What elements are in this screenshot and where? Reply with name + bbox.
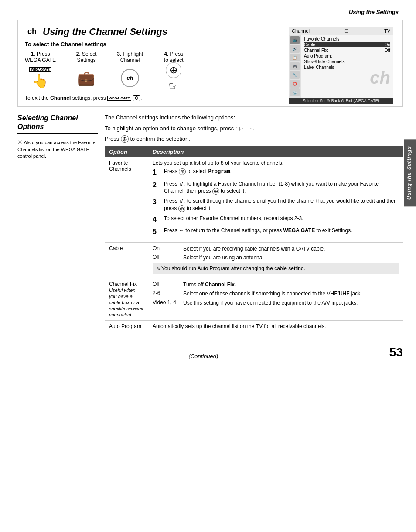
table-header: Option Description	[105, 146, 403, 157]
tv-row-showhide: Show/Hide Channels	[304, 59, 390, 64]
tv-row-cable: Cable: On	[304, 42, 390, 47]
table-row: Channel Fix Useful when you have a cable…	[105, 278, 403, 321]
list-item: 5 Press ← to return to the Channel setti…	[153, 227, 399, 237]
intro-line1: The Channel settings includes the follow…	[105, 114, 403, 122]
title-section: Channel ☐ TV 📺 🔊 📋 🎮 🔧 ⭕ 📡 Favorite Chan…	[17, 20, 403, 107]
plus-icon: ⊕	[178, 205, 185, 212]
right-content: The Channel settings includes the follow…	[105, 114, 403, 332]
list-item: 3 Press ↑/↓ to scroll through the channe…	[153, 197, 399, 212]
left-sidebar: Selecting Channel Options ☀ Also, you ca…	[17, 114, 105, 332]
col-option-header: Option	[105, 146, 148, 157]
tv-sidebar-item: 📡	[290, 88, 300, 96]
step-1-label: 1. PressWEGA GATE	[25, 51, 56, 63]
header-title: Using the Settings	[349, 9, 399, 15]
page-container: Using the Settings Using the Settings Ch…	[0, 0, 416, 532]
plus-icon: ⊕	[179, 168, 186, 175]
pencil-icon: ✎	[156, 266, 160, 271]
wega-gate-icon: WEGA GATE 👆	[29, 67, 51, 88]
section-heading: Selecting Channel Options	[17, 114, 98, 134]
confirm-button-icon: ⊕	[121, 135, 129, 143]
ch-icon: ch	[25, 26, 39, 37]
step-3-label: 3. HighlightChannel	[117, 51, 143, 63]
continued-text: (Continued)	[188, 353, 218, 359]
cable-note: ✎ You should run Auto Program after chan…	[153, 263, 399, 274]
hand-press-icon: ☞	[168, 79, 179, 93]
list-item: 4 To select other Favorite Channel numbe…	[153, 215, 399, 224]
page-bottom: (Continued) 53	[17, 341, 403, 359]
step-3: 3. HighlightChannel ch	[117, 51, 143, 90]
step-4: 4. Pressto select ⊕ ☞	[160, 51, 187, 90]
tv-row-channelfix: Channel Fix: Off	[304, 47, 390, 53]
intro-line3: Press ⊕ to confirm the selection.	[105, 135, 403, 143]
step-2-icon: 💼	[73, 66, 99, 90]
plus-icon: ⊕	[212, 188, 219, 195]
tv-sidebar-item: ⭕	[290, 80, 300, 88]
step-2-label: 2. SelectSettings	[76, 51, 97, 63]
sidebar-note: ☀ Also, you can access the Favorite Chan…	[17, 139, 98, 160]
side-tab: Using the Settings	[404, 139, 416, 206]
tv-sidebar: 📺 🔊 📋 🎮 🔧 ⭕ 📡	[289, 35, 301, 98]
tv-footer: Select:↕↕ Set:⊕ Back:⊖ Exit:(WEGA GATE)	[289, 98, 393, 104]
step-4-label: 4. Pressto select	[164, 51, 184, 63]
tv-content: Favorite Channels Cable: On Channel Fix:…	[301, 35, 393, 98]
step-2: 2. SelectSettings 💼	[73, 51, 99, 90]
table-row: Cable On Select if you are receiving cab…	[105, 242, 403, 278]
tv-row-favorite: Favorite Channels	[304, 36, 390, 42]
main-content: Selecting Channel Options ☀ Also, you ca…	[17, 114, 403, 332]
desc-cable: On Select if you are receiving cable cha…	[148, 242, 403, 278]
option-favorite-channels: FavoriteChannels	[105, 157, 148, 242]
desc-favorite-channels: Lets you set up a list of up to 8 of you…	[148, 157, 403, 242]
tv-body: 📺 🔊 📋 🎮 🔧 ⭕ 📡 Favorite Channels Cable: O…	[289, 35, 393, 98]
tv-header: Channel ☐ TV	[289, 27, 393, 35]
ch-circle-icon: ch	[121, 69, 139, 87]
option-cable: Cable	[105, 242, 148, 278]
tv-settings-screenshot: Channel ☐ TV 📺 🔊 📋 🎮 🔧 ⭕ 📡 Favorite Chan…	[289, 27, 393, 104]
tv-row-label: Label Channels	[304, 64, 390, 70]
options-table: Option Description FavoriteChannels Lets…	[105, 146, 403, 332]
tv-sidebar-item: 🎮	[290, 62, 300, 70]
list-item: 1 Press ⊕ to select Program.	[153, 168, 399, 177]
intro-line2: To highlight an option and to change set…	[105, 125, 403, 132]
step-3-icon: ch	[117, 66, 143, 90]
tip-icon: ☀	[17, 139, 23, 146]
tv-sidebar-item: 📋	[290, 54, 300, 61]
desc-auto-program: Automatically sets up the channel list o…	[148, 321, 403, 332]
favorite-steps-list: 1 Press ⊕ to select Program. 2 Press ↑/↓…	[153, 168, 399, 237]
desc-channel-fix: Off Turns off Channel Fix. 2-6 Select on…	[148, 278, 403, 321]
tv-sidebar-item: 🔧	[290, 71, 300, 79]
table-row: FavoriteChannels Lets you set up a list …	[105, 157, 403, 242]
option-channel-fix: Channel Fix Useful when you have a cable…	[105, 278, 148, 321]
tv-sidebar-item: 🔊	[290, 45, 300, 53]
plus-button-icon: ⊕	[166, 62, 181, 78]
step-4-icon: ⊕ ☞	[160, 66, 187, 90]
tv-row-autoprogram: Auto Program:	[304, 53, 390, 59]
briefcase-icon: 💼	[78, 70, 95, 86]
page-header: Using the Settings	[17, 9, 403, 15]
list-item: 2 Press ↑/↓ to highlight a Favorite Chan…	[153, 180, 399, 195]
step-1-icon: WEGA GATE 👆	[27, 66, 54, 90]
tv-sidebar-item: 📺	[290, 36, 300, 44]
col-description-header: Description	[148, 146, 403, 157]
table-row: Auto Program Automatically sets up the c…	[105, 321, 403, 332]
step-1: 1. PressWEGA GATE WEGA GATE 👆	[25, 51, 56, 90]
option-auto-program: Auto Program	[105, 321, 148, 332]
page-number: 53	[389, 346, 403, 359]
